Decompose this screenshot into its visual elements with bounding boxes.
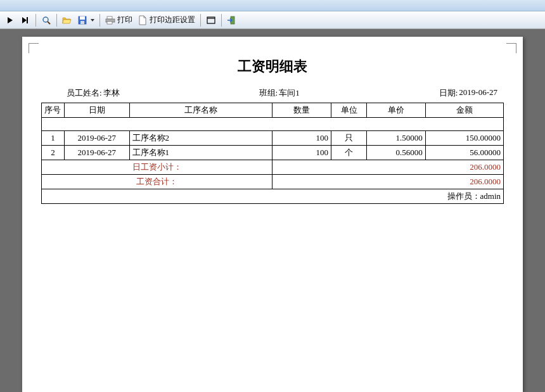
report-header-row: 员工姓名: 李林 班组: 车间1 日期: 2019-06-27 bbox=[41, 87, 504, 103]
col-header-price: 单价 bbox=[367, 103, 425, 118]
preview-area: 工资明细表 员工姓名: 李林 班组: 车间1 日期: 2019-06-27 序号… bbox=[0, 29, 545, 392]
col-header-amount: 金额 bbox=[425, 103, 503, 118]
col-header-date: 日期 bbox=[64, 103, 129, 118]
table-row: 2 2019-06-27 工序名称1 100 个 0.56000 56.0000… bbox=[42, 146, 504, 160]
table-blank-row bbox=[42, 118, 504, 131]
toolbar: 打印 打印边距设置 bbox=[0, 11, 545, 29]
cell-price: 0.56000 bbox=[367, 146, 425, 160]
svg-rect-10 bbox=[107, 22, 112, 24]
operator-value: admin bbox=[480, 191, 501, 201]
magnifier-icon bbox=[41, 15, 51, 25]
daily-subtotal-value: 206.0000 bbox=[272, 160, 504, 175]
cell-qty: 100 bbox=[272, 146, 331, 160]
date-label: 日期: bbox=[439, 87, 458, 99]
col-header-name: 工序名称 bbox=[129, 103, 272, 118]
daily-subtotal-label: 日工资小计： bbox=[42, 160, 272, 175]
svg-rect-8 bbox=[107, 16, 112, 19]
dropdown-arrow-icon bbox=[91, 19, 94, 22]
daily-subtotal-row: 日工资小计： 206.0000 bbox=[42, 160, 504, 175]
cell-amount: 150.00000 bbox=[425, 131, 503, 146]
exit-button[interactable] bbox=[224, 13, 240, 27]
window-icon bbox=[206, 15, 216, 25]
open-button[interactable] bbox=[60, 13, 75, 27]
window-button[interactable] bbox=[203, 13, 219, 27]
cell-price: 1.50000 bbox=[367, 131, 425, 146]
cell-idx: 1 bbox=[42, 131, 65, 146]
employee-value: 李林 bbox=[103, 87, 120, 99]
report-title: 工资明细表 bbox=[41, 57, 504, 76]
svg-rect-6 bbox=[80, 16, 85, 20]
print-margin-label: 打印边距设置 bbox=[150, 15, 195, 25]
cell-idx: 2 bbox=[42, 146, 65, 160]
cell-date: 2019-06-27 bbox=[64, 146, 129, 160]
report-page: 工资明细表 员工姓名: 李林 班组: 车间1 日期: 2019-06-27 序号… bbox=[22, 37, 523, 392]
svg-marker-0 bbox=[8, 17, 13, 23]
team-value: 车间1 bbox=[279, 87, 300, 99]
cell-qty: 100 bbox=[272, 131, 331, 146]
svg-rect-7 bbox=[80, 21, 84, 24]
col-header-unit: 单位 bbox=[331, 103, 366, 118]
team-label: 班组: bbox=[259, 87, 278, 99]
total-value: 206.0000 bbox=[272, 175, 504, 189]
separator bbox=[221, 14, 222, 27]
svg-point-3 bbox=[43, 17, 48, 22]
table-row: 1 2019-06-27 工序名称2 100 只 1.50000 150.000… bbox=[42, 131, 504, 146]
total-label: 工资合计： bbox=[42, 175, 272, 189]
svg-line-4 bbox=[48, 22, 50, 24]
play-end-icon bbox=[20, 15, 30, 25]
print-button[interactable]: 打印 bbox=[103, 13, 135, 27]
cell-unit: 个 bbox=[331, 146, 366, 160]
save-button[interactable] bbox=[75, 13, 97, 27]
document-icon bbox=[138, 15, 148, 25]
separator bbox=[99, 14, 100, 27]
separator bbox=[200, 14, 201, 27]
printer-icon bbox=[105, 15, 115, 25]
col-header-idx: 序号 bbox=[42, 103, 65, 118]
separator bbox=[35, 14, 36, 27]
save-icon bbox=[77, 15, 87, 25]
cell-name: 工序名称2 bbox=[129, 131, 272, 146]
separator bbox=[56, 14, 57, 27]
svg-rect-2 bbox=[27, 17, 28, 23]
cell-unit: 只 bbox=[331, 131, 366, 146]
col-header-qty: 数量 bbox=[272, 103, 331, 118]
operator-label: 操作员： bbox=[447, 191, 480, 201]
print-margin-button[interactable]: 打印边距设置 bbox=[135, 13, 198, 27]
cell-date: 2019-06-27 bbox=[64, 131, 129, 146]
play-icon bbox=[5, 15, 15, 25]
folder-open-icon bbox=[62, 15, 72, 25]
operator-row: 操作员：admin bbox=[42, 189, 504, 204]
print-label: 打印 bbox=[117, 15, 132, 25]
table-header-row: 序号 日期 工序名称 数量 单位 单价 金额 bbox=[42, 103, 504, 118]
date-value: 2019-06-27 bbox=[459, 87, 497, 99]
cell-name: 工序名称1 bbox=[129, 146, 272, 160]
report-table: 序号 日期 工序名称 数量 单位 单价 金额 1 2019-06-27 工序名称… bbox=[41, 103, 504, 204]
crop-mark bbox=[506, 43, 516, 53]
total-row: 工资合计： 206.0000 bbox=[42, 175, 504, 189]
window-titlebar bbox=[0, 0, 545, 11]
play-button[interactable] bbox=[3, 13, 18, 27]
cell-amount: 56.00000 bbox=[425, 146, 503, 160]
zoom-button[interactable] bbox=[39, 13, 54, 27]
exit-icon bbox=[227, 15, 237, 25]
svg-marker-1 bbox=[22, 17, 27, 23]
crop-mark bbox=[29, 43, 39, 53]
employee-label: 员工姓名: bbox=[67, 87, 102, 99]
play-end-button[interactable] bbox=[18, 13, 33, 27]
